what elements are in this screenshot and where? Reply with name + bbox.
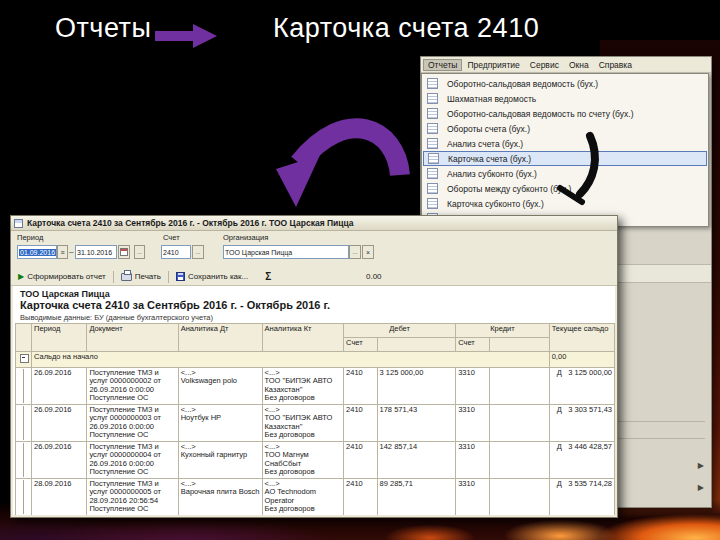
entry-row: 28.09.2016Поступление ТМЗ иуслуг 0000000… [16,478,615,515]
period-dash: – [69,247,73,256]
print-button[interactable]: Печать [118,271,164,282]
cell-document[interactable]: Поступление ТМЗ иуслуг 0000000002 от26.0… [87,367,178,404]
report-table: ПериодДокументАналитика ДтАналитика КтДе… [15,323,615,515]
group-bracket [16,441,32,478]
cell-balance[interactable]: Д3 303 571,43 [549,404,614,441]
cell-balance[interactable]: Д3 125 000,00 [549,367,614,404]
cell-debit-account[interactable]: 2410 [344,441,377,478]
menu-item-label: Обороты счета (бух.) [447,124,530,134]
account-input[interactable]: 2410 [161,245,191,259]
report-area: ТОО Царская Пицца Карточка счета 2410 за… [13,286,615,515]
cell-period[interactable]: 26.09.2016 [32,404,87,441]
print-label: Печать [135,272,161,281]
cell-analytics-kt[interactable]: <...>ТОО "БИПЭК АВТОКазахстан"Без догово… [262,367,344,404]
report-window: Карточка счета 2410 за Сентябрь 2016 г. … [10,215,618,518]
cell-period[interactable]: 26.09.2016 [32,367,87,404]
cell-debit-account[interactable]: 2410 [344,478,377,515]
cell-debit[interactable]: 142 857,14 [377,441,456,478]
save-as-button[interactable]: Сохранить как... [173,271,251,282]
period-from-list-button[interactable]: ≡ [57,245,68,259]
menubar-item[interactable]: Отчеты [423,59,462,71]
cell-document[interactable]: Поступление ТМЗ иуслуг 0000000005 от28.0… [87,478,178,515]
cell-analytics-kt[interactable]: <...>ТОО МагнумСнабСбытБез договоров [262,441,344,478]
period-label: Период [17,233,43,242]
org-input[interactable]: ТОО Царская Пицца [223,245,349,259]
cell-analytics-dt[interactable]: <...>Volkswagen polo [178,367,262,404]
org-select-button[interactable]: ... [349,245,361,259]
sum-button[interactable]: Σ [265,271,271,282]
group-bracket [16,367,32,404]
report-company: ТОО Царская Пицца [20,289,110,299]
cell-credit[interactable] [489,478,549,515]
cell-credit-account[interactable]: 3310 [456,478,489,515]
period-to-input[interactable]: 31.10.2016 [75,245,117,259]
period-options-button[interactable]: ... [134,245,145,259]
report-icon [428,153,439,164]
flow-arrow-icon [155,24,217,48]
cell-document[interactable]: Поступление ТМЗ иуслуг 0000000004 от26.0… [87,441,178,478]
slide-title-right: Карточка счета 2410 [273,13,539,44]
report-icon [427,108,438,119]
run-icon: ▶ [18,273,24,281]
period-from-input[interactable]: 01.09.2016 [17,245,57,259]
period-to-value: 31.10.2016 [77,249,112,256]
cell-debit-account[interactable]: 2410 [344,367,377,404]
cell-balance[interactable]: Д3 535 714,28 [549,478,614,515]
report-icon [427,168,438,179]
menu-item-label: Анализ счета (бух.) [447,139,523,149]
cell-document[interactable]: Поступление ТМЗ иуслуг 0000000003 от26.0… [87,404,178,441]
menubar-item[interactable]: Сервис [525,59,564,71]
account-select-button[interactable]: ... [192,245,204,259]
cell-credit[interactable] [489,441,549,478]
col-analytics-dt: Аналитика Дт [178,324,262,352]
cell-analytics-kt[interactable]: <...>AO TechnodomOperatorБез договоров [262,478,344,515]
report-icon [427,138,438,149]
cell-analytics-dt[interactable]: <...>Кухонный гарнитур [178,441,262,478]
balance-side: Д [557,480,562,489]
cell-analytics-dt[interactable]: <...>Ноутбук HP [178,404,262,441]
cell-period[interactable]: 26.09.2016 [32,441,87,478]
cell-analytics-dt[interactable]: <...>Варочная плита Bosch [178,478,262,515]
collapse-icon[interactable] [20,354,29,363]
period-from-value: 01.09.2016 [19,249,56,256]
cell-balance[interactable]: Д3 446 428,57 [549,441,614,478]
org-value: ТОО Царская Пицца [225,249,292,256]
curved-arrow-icon [272,103,412,215]
cell-credit[interactable] [489,367,549,404]
cell-period[interactable]: 28.09.2016 [32,478,87,515]
cell-debit[interactable]: 178 571,43 [377,404,456,441]
menubar-item[interactable]: Справка [594,59,637,71]
col-debit-account: Счет [344,338,377,352]
menu-item[interactable]: Шахматная ведомость [422,91,708,106]
menu-item-label: Карточка счета (бух.) [448,154,531,164]
cell-credit-account[interactable]: 3310 [456,404,489,441]
balance-side: Д [557,369,562,378]
calendar-button[interactable] [118,245,130,259]
menu-item[interactable]: Оборотно-сальдовая ведомость по счету (б… [422,106,708,121]
menubar-item[interactable]: Окна [564,59,594,71]
menubar-item[interactable]: Предприятие [462,59,524,71]
balance-side: Д [557,443,562,452]
expand-arrow-icon[interactable]: ▶ [698,461,704,470]
slide: Отчеты Карточка счета 2410 ОтчетыПредпри… [0,0,720,540]
cell-credit[interactable] [489,404,549,441]
run-report-button[interactable]: ▶ Сформировать отчет [15,271,109,282]
toolbar-separator [168,271,169,283]
col-document: Документ [87,324,178,352]
cell-debit[interactable]: 89 285,71 [377,478,456,515]
window-titlebar[interactable]: Карточка счета 2410 за Сентябрь 2016 г. … [11,216,617,231]
cell-debit-account[interactable]: 2410 [344,404,377,441]
report-icon [427,183,438,194]
org-clear-button[interactable]: × [362,245,374,259]
toolbar-separator [113,271,114,283]
menu-item-label: Карточка субконто (бух.) [447,199,544,209]
expand-arrow-icon[interactable]: ▶ [698,483,704,492]
list-icon: ≡ [60,249,64,256]
cell-credit-account[interactable]: 3310 [456,367,489,404]
report-icon [427,123,438,134]
cell-credit-account[interactable]: 3310 [456,441,489,478]
menu-item[interactable]: Оборотно-сальдовая ведомость (бух.) [422,76,708,91]
cell-analytics-kt[interactable]: <...>ТОО "БИПЭК АВТОКазахстан"Без догово… [262,404,344,441]
cell-debit[interactable]: 3 125 000,00 [377,367,456,404]
report-toolbar: ▶ Сформировать отчет Печать Сохранить ка… [11,268,617,286]
